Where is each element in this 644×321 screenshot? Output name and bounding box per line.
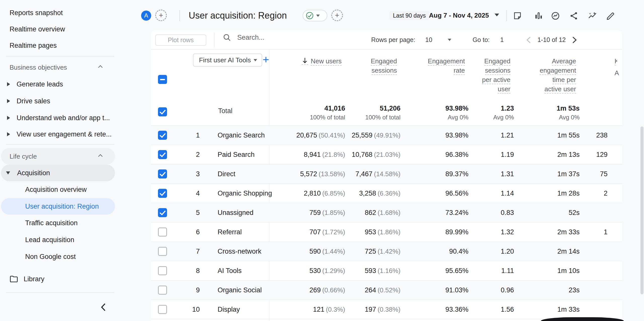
table-row[interactable]: 8 AI Tools 530(1.29%) 593(1.16%) 95.65% … xyxy=(151,261,622,281)
previous-page-button[interactable] xyxy=(526,36,531,43)
sidebar-item-realtime-overview[interactable]: Realtime overview xyxy=(1,21,115,37)
column-header-new-users[interactable]: New users xyxy=(302,57,345,66)
total-row-checkbox[interactable] xyxy=(158,107,167,116)
row-number: 3 xyxy=(179,170,204,178)
go-to-value[interactable]: 1 xyxy=(500,36,504,43)
toolbar-divider xyxy=(214,33,214,47)
plot-rows-button[interactable]: Plot rows xyxy=(155,34,206,46)
rows-per-page-value[interactable]: 10 xyxy=(425,36,432,43)
row-checkbox[interactable] xyxy=(158,189,167,198)
sidebar-item-label: User acquisition: Region xyxy=(25,203,99,210)
column-header-average-engagement-time[interactable]: Average engagement time per active user xyxy=(540,57,580,94)
sidebar-item-reports-snapshot[interactable]: Reports snapshot xyxy=(1,5,115,21)
cell-engaged-sessions: 593(1.16%) xyxy=(345,267,400,275)
cell-avg-engagement-time: 23s xyxy=(514,286,580,294)
compare-bars-icon[interactable] xyxy=(534,11,543,21)
check-circle-icon xyxy=(306,12,313,19)
cell-avg-engagement-time: 2m 13s xyxy=(514,151,580,159)
insights-circle-icon[interactable] xyxy=(551,11,560,21)
cell-engaged-sessions: 725(1.42%) xyxy=(345,248,400,255)
collapse-sidebar-button[interactable] xyxy=(98,302,109,313)
sidebar-item-library[interactable]: Library xyxy=(1,271,115,287)
sidebar-item-generate-leads[interactable]: Generate leads xyxy=(1,76,115,93)
date-range-chevron-icon[interactable] xyxy=(495,14,499,16)
table-row[interactable]: 5 Unassigned 759(1.85%) 862(1.68%) 73.24… xyxy=(151,203,622,222)
table-row[interactable]: 10 Display 121(0.3%) 197(0.38%) 93.36% 1… xyxy=(151,300,622,319)
report-status-dropdown[interactable] xyxy=(303,10,327,21)
sidebar-item-user-acquisition-region[interactable]: User acquisition: Region xyxy=(1,198,115,215)
sidebar-item-understand-web-app[interactable]: Understand web and/or app t... xyxy=(1,110,115,126)
cell-engaged-sessions-per-user: 1.31 xyxy=(468,170,514,178)
cell-engagement-rate: 96.38% xyxy=(400,151,468,159)
select-all-checkbox[interactable] xyxy=(158,75,167,84)
cell-engaged-sessions-per-user: 1.56 xyxy=(468,306,514,313)
column-header-engaged-sessions[interactable]: Engaged sessions xyxy=(371,57,400,75)
sidebar-item-non-google-cost[interactable]: Non Google cost xyxy=(1,248,115,265)
add-dimension-button[interactable]: + xyxy=(263,53,269,66)
table-row[interactable]: 9 Organic Social 269(0.66%) 264(0.52%) 9… xyxy=(151,281,622,300)
sidebar-item-drive-sales[interactable]: Drive sales xyxy=(1,93,115,109)
rows-per-page-chevron-icon[interactable] xyxy=(448,39,451,41)
sidebar-item-lead-acquisition[interactable]: Lead acquisition xyxy=(1,232,115,248)
sidebar-item-traffic-acquisition[interactable]: Traffic acquisition xyxy=(1,215,115,231)
row-checkbox[interactable] xyxy=(158,169,167,178)
add-report-tab-button[interactable]: + xyxy=(331,10,343,21)
cell-engagement-rate: 89.37% xyxy=(400,170,468,178)
table-row[interactable]: 2 Paid Search 8,941(21.8%) 10,768(21.03%… xyxy=(151,145,622,164)
row-dimension-value: Unassigned xyxy=(204,209,269,217)
cell-engaged-sessions-per-user: 1.20 xyxy=(468,248,514,255)
total-engaged-sessions-per-user: 1.23 xyxy=(501,105,514,112)
row-checkbox[interactable] xyxy=(158,227,167,237)
share-icon[interactable] xyxy=(569,11,579,21)
report-table-card: Plot rows Rows per page: 10 Go to: 1 1-1… xyxy=(151,30,622,321)
row-checkbox[interactable] xyxy=(158,150,167,159)
cell-engagement-rate: 95.65% xyxy=(400,267,468,275)
total-avg-engagement-time: 1m 53s xyxy=(556,105,580,112)
cell-engaged-sessions-per-user: 1.19 xyxy=(468,151,514,159)
sparkline-insights-icon[interactable] xyxy=(588,11,597,21)
avatar[interactable]: A xyxy=(141,11,151,21)
cell-new-users: 269(0.66%) xyxy=(269,286,345,294)
table-row[interactable]: 6 Referral 707(1.72%) 953(1.86%) 89.99% … xyxy=(151,222,622,242)
pagination-range: 1-10 of 12 xyxy=(537,36,566,43)
row-checkbox[interactable] xyxy=(158,208,167,217)
column-header-clipped: K A xyxy=(615,57,621,80)
vertical-scrollbar-thumb[interactable] xyxy=(640,126,643,294)
table-row[interactable]: 3 Direct 5,572(13.58%) 7,467(14.58%) 89.… xyxy=(151,164,622,184)
sidebar-section-business-objectives[interactable]: Business objectives xyxy=(1,59,115,76)
sidebar-section-life-cycle[interactable]: Life cycle xyxy=(1,148,115,165)
cell-new-users: 707(1.72%) xyxy=(269,228,345,236)
row-number: 8 xyxy=(179,267,204,275)
notes-icon[interactable] xyxy=(513,11,522,21)
sidebar-item-label: Realtime overview xyxy=(10,25,65,33)
table-row[interactable]: 7 Cross-network 590(1.44%) 725(1.42%) 90… xyxy=(151,242,622,261)
table-row[interactable]: 4 Organic Shopping 2,810(6.85%) 3,258(6.… xyxy=(151,184,622,203)
row-checkbox[interactable] xyxy=(158,305,167,314)
row-checkbox[interactable] xyxy=(158,286,167,295)
sidebar-item-acquisition-overview[interactable]: Acquisition overview xyxy=(1,181,115,198)
section-label: Life cycle xyxy=(1,153,37,160)
cell-engagement-rate: 89.99% xyxy=(400,228,468,236)
search-input[interactable] xyxy=(237,33,343,42)
total-engaged-sessions: 51,206 xyxy=(380,105,400,112)
row-checkbox[interactable] xyxy=(158,247,167,256)
date-range-value[interactable]: Aug 7 - Nov 4, 2025 xyxy=(429,12,489,19)
sidebar-item-label: Understand web and/or app t... xyxy=(17,114,110,122)
edit-pencil-icon[interactable] xyxy=(606,11,616,21)
next-page-button[interactable] xyxy=(572,36,577,43)
sidebar-item-acquisition[interactable]: Acquisition xyxy=(1,165,115,181)
row-checkbox[interactable] xyxy=(158,266,167,275)
row-checkbox[interactable] xyxy=(158,131,167,140)
column-header-engagement-rate[interactable]: Engagement rate xyxy=(428,57,468,75)
row-dimension-value: Organic Social xyxy=(204,286,269,294)
add-comparison-button[interactable]: + xyxy=(155,10,167,21)
dimension-dropdown[interactable]: First user AI Tools xyxy=(193,54,262,67)
cell-engaged-sessions: 7,467(14.58%) xyxy=(345,170,400,178)
header-divider xyxy=(179,10,180,21)
sidebar-item-realtime-pages[interactable]: Realtime pages xyxy=(1,37,115,54)
total-engaged-sessions-sub: 100% of total xyxy=(365,114,400,120)
cell-avg-engagement-time: 2m 14s xyxy=(514,248,580,255)
column-header-engaged-sessions-per-active-user[interactable]: Engaged sessions per active user xyxy=(482,57,514,94)
sidebar-item-view-user-engagement[interactable]: View user engagement & rete... xyxy=(1,126,115,143)
table-row[interactable]: 1 Organic Search 20,675(50.41%) 25,559(4… xyxy=(151,126,622,145)
